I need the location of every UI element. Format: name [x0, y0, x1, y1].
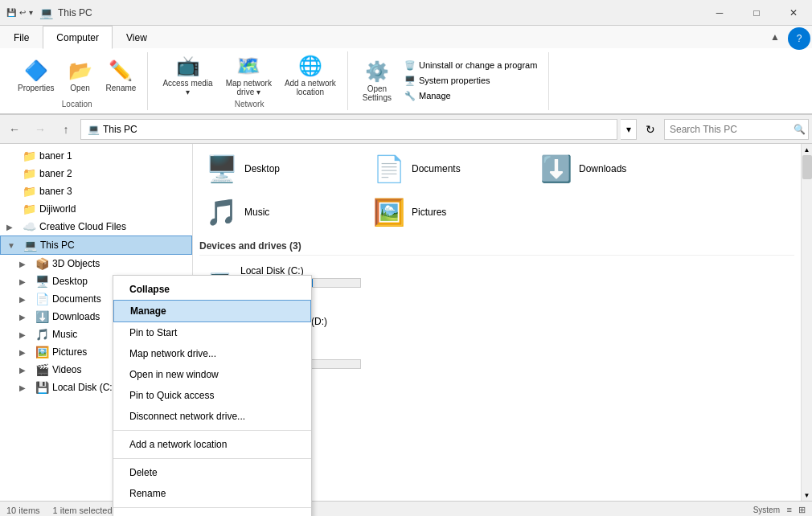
- sidebar-label: This PC: [40, 240, 185, 251]
- downloads-icon: ⬇️: [35, 310, 49, 323]
- sidebar-item-3d-objects[interactable]: ▶ 📦 3D Objects: [0, 255, 192, 272]
- path-text: This PC: [103, 124, 137, 135]
- properties-button[interactable]: 🔷 Properties: [13, 56, 59, 94]
- network-group-items: 📺 Access media▾ 🗺️ Map networkdrive ▾ 🌐 …: [158, 51, 340, 98]
- selected-count: 1 item selected: [53, 506, 113, 515]
- network-group-label: Network: [235, 100, 265, 109]
- content-item-desktop[interactable]: 🖥️ Desktop: [199, 150, 360, 187]
- scroll-down[interactable]: ▼: [802, 489, 813, 501]
- sidebar-item-creative-cloud[interactable]: ▶ ☁️ Creative Cloud Files: [0, 218, 192, 235]
- rename-button[interactable]: ✏️ Rename: [101, 56, 141, 94]
- forward-button[interactable]: →: [29, 118, 51, 141]
- address-path[interactable]: 💻 This PC: [80, 119, 617, 140]
- up-button[interactable]: ↑: [55, 118, 77, 141]
- sidebar-item-baner3[interactable]: 📁 baner 3: [0, 182, 192, 200]
- content-item-pictures[interactable]: 🖼️ Pictures: [367, 194, 527, 231]
- search-box: 🔍: [664, 119, 809, 140]
- add-network-label: Add a networklocation: [285, 79, 336, 96]
- location-group-items: 🔷 Properties 📂 Open ✏️ Rename: [13, 52, 141, 98]
- address-dropdown[interactable]: ▾: [621, 119, 637, 140]
- tab-view[interactable]: View: [113, 26, 161, 48]
- folder-icon: 📁: [23, 167, 36, 180]
- open-button[interactable]: 📂 Open: [63, 56, 98, 94]
- map-network-label: Map networkdrive ▾: [226, 79, 272, 96]
- sidebar-label: baner 3: [39, 186, 186, 197]
- expand-icon: ▶: [19, 383, 32, 392]
- minimize-button[interactable]: ─: [701, 0, 738, 26]
- window-title: This PC: [58, 7, 92, 18]
- scroll-thumb[interactable]: [802, 155, 812, 179]
- tab-computer[interactable]: Computer: [43, 26, 113, 49]
- ctx-item-rename[interactable]: Rename: [113, 483, 311, 504]
- ribbon: File Computer View ▲ ? 🔷 Properties 📂 Op…: [0, 26, 812, 115]
- ctx-item-collapse-header: Collapse: [113, 279, 311, 300]
- uninstall-button[interactable]: 🗑️ Uninstall or change a program: [400, 59, 542, 72]
- ctx-item-manage[interactable]: Manage: [113, 300, 311, 322]
- desktop-folder-icon: 🖥️: [206, 154, 238, 184]
- rename-icon: ✏️: [108, 58, 133, 84]
- back-button[interactable]: ←: [3, 118, 26, 141]
- close-button[interactable]: ✕: [775, 0, 812, 26]
- scroll-up[interactable]: ▲: [802, 144, 813, 155]
- open-label: Open: [70, 84, 89, 92]
- expand-icon: ▶: [19, 348, 32, 357]
- ctx-item-pin-quick[interactable]: Pin to Quick access: [113, 385, 311, 406]
- desktop-icon: 🖥️: [35, 275, 49, 288]
- search-input[interactable]: [670, 124, 790, 135]
- access-media-label: Access media▾: [162, 79, 212, 96]
- open-settings-button[interactable]: ⚙️ OpenSettings: [358, 57, 396, 104]
- folder-icon: 📁: [23, 149, 36, 162]
- access-media-icon: 📺: [175, 53, 201, 79]
- sidebar-item-this-pc[interactable]: ▼ 💻 This PC: [0, 235, 192, 255]
- save-icon[interactable]: 💾: [6, 8, 16, 17]
- ctx-item-map-network[interactable]: Map network drive...: [113, 343, 311, 364]
- rename-label: Rename: [106, 84, 137, 92]
- content-item-music[interactable]: 🎵 Music: [199, 194, 360, 231]
- refresh-button[interactable]: ↻: [640, 119, 661, 140]
- system-props-label: System properties: [419, 76, 490, 85]
- window-controls: ─ □ ✕: [701, 0, 812, 26]
- system-props-button[interactable]: 🖥️ System properties: [400, 74, 542, 88]
- ribbon-group-system: ⚙️ OpenSettings 🗑️ Uninstall or change a…: [351, 52, 550, 110]
- location-group-label: Location: [62, 100, 92, 109]
- ribbon-collapse-button[interactable]: ▲: [764, 26, 786, 48]
- manage-ribbon-button[interactable]: 🔧 Manage: [400, 89, 542, 103]
- access-media-button[interactable]: 📺 Access media▾: [158, 51, 217, 98]
- expand-icon: ▼: [7, 241, 20, 250]
- sidebar-item-dijiworld[interactable]: 📁 Dijiworld: [0, 200, 192, 218]
- ctx-item-properties[interactable]: Properties: [113, 511, 311, 516]
- add-network-button[interactable]: 🌐 Add a networklocation: [280, 51, 341, 98]
- map-network-button[interactable]: 🗺️ Map networkdrive ▾: [221, 51, 277, 98]
- ctx-separator-1: [113, 430, 311, 431]
- ctx-item-disconnect[interactable]: Disconnect network drive...: [113, 406, 311, 427]
- list-view-icon[interactable]: ≡: [787, 505, 792, 515]
- scrollbar[interactable]: ▲ ▼: [801, 144, 812, 501]
- search-icon[interactable]: 🔍: [794, 124, 806, 135]
- ctx-item-delete[interactable]: Delete: [113, 462, 311, 483]
- sidebar-item-baner2[interactable]: 📁 baner 2: [0, 165, 192, 182]
- ctx-item-open-new-window[interactable]: Open in new window: [113, 364, 311, 385]
- help-button[interactable]: ?: [788, 27, 810, 50]
- pictures-icon: 🖼️: [35, 346, 49, 358]
- system-actions: 🗑️ Uninstall or change a program 🖥️ Syst…: [400, 59, 542, 103]
- content-item-documents[interactable]: 📄 Documents: [367, 150, 527, 187]
- ctx-item-add-network[interactable]: Add a network location: [113, 434, 311, 455]
- content-item-label: Downloads: [579, 163, 626, 174]
- quick-access-toolbar[interactable]: 💾 ↩ ▾: [6, 8, 33, 17]
- dropdown-icon[interactable]: ▾: [29, 8, 33, 17]
- ctx-item-pin-start[interactable]: Pin to Start: [113, 322, 311, 343]
- sidebar-label: Dijiworld: [39, 203, 186, 215]
- undo-icon[interactable]: ↩: [19, 8, 26, 17]
- expand-icon: ▶: [19, 295, 32, 304]
- sidebar-label: baner 1: [39, 150, 186, 162]
- maximize-button[interactable]: □: [738, 0, 775, 26]
- grid-view-icon[interactable]: ⊞: [798, 505, 806, 515]
- ribbon-group-location: 🔷 Properties 📂 Open ✏️ Rename Location: [6, 52, 148, 110]
- sidebar-label: Creative Cloud Files: [39, 221, 186, 232]
- cloud-icon: ☁️: [23, 220, 36, 233]
- content-item-downloads[interactable]: ⬇️ Downloads: [534, 150, 695, 187]
- tab-file[interactable]: File: [0, 26, 43, 48]
- content-item-label: Desktop: [244, 163, 280, 174]
- sidebar-item-baner1[interactable]: 📁 baner 1: [0, 147, 192, 165]
- ctx-separator-3: [113, 507, 311, 508]
